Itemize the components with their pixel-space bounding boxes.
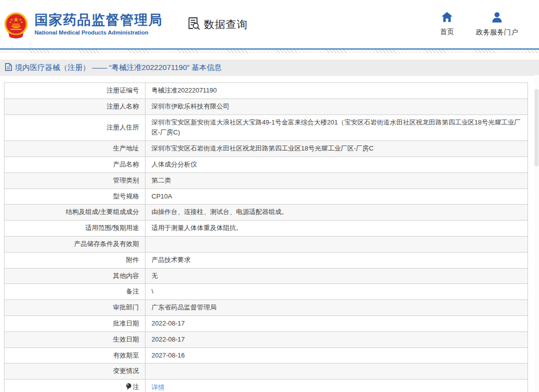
row-value bbox=[146, 364, 528, 380]
row-value: 由操作台、连接柱、测试台、电源适配器组成。 bbox=[146, 204, 528, 220]
row-value: 详情 bbox=[146, 380, 528, 392]
info-table-body: 注册证编号粤械注准20222071190注册人名称深圳市伊欧乐科技有限公司注册人… bbox=[4, 83, 528, 392]
row-label: 管理类别 bbox=[4, 172, 146, 188]
row-value: CP10A bbox=[146, 188, 528, 204]
row-label: 型号规格 bbox=[4, 188, 146, 204]
table-row: 其他内容无 bbox=[4, 268, 528, 284]
detail-link[interactable]: 详情 bbox=[152, 384, 164, 391]
table-row: 注册人住所深圳市宝安区新安街道大浪社区大宝路49-1号金富来综合大楼201（宝安… bbox=[4, 114, 528, 141]
user-icon bbox=[492, 12, 502, 24]
table-row: 备注\ bbox=[4, 284, 528, 300]
row-label: 结构及组成/主要组成成分 bbox=[4, 204, 146, 220]
china-national-emblem-icon bbox=[4, 12, 28, 38]
site-header: 国家药品监督管理局 National Medical Products Admi… bbox=[0, 0, 539, 48]
table-row: 审批部门广东省药品监督管理局 bbox=[4, 300, 528, 316]
row-label: 其他内容 bbox=[4, 268, 146, 284]
registration-info-table: 注册证编号粤械注准20222071190注册人名称深圳市伊欧乐科技有限公司注册人… bbox=[4, 82, 528, 392]
row-value: 2027-08-16 bbox=[146, 348, 528, 364]
row-value: 适用于测量人体体重及体阻抗。 bbox=[146, 220, 528, 236]
data-query-section[interactable]: 数据查询 bbox=[187, 16, 248, 32]
row-value: \ bbox=[146, 284, 528, 300]
scrollbar-track[interactable] bbox=[534, 75, 539, 392]
data-query-label: 数据查询 bbox=[204, 18, 248, 32]
row-value: 广东省药品监督管理局 bbox=[146, 300, 528, 316]
table-row: 产品储存条件及有效期 bbox=[4, 236, 528, 252]
row-label: 附件 bbox=[4, 252, 146, 268]
brand-title-zh: 国家药品监督管理局 bbox=[34, 13, 163, 28]
hatched-strip bbox=[0, 50, 539, 53]
nav-item-portal[interactable]: 政务服务门户 bbox=[476, 12, 518, 37]
row-label: 生产地址 bbox=[4, 141, 146, 157]
document-magnifier-icon bbox=[187, 16, 200, 32]
row-label: 批准日期 bbox=[4, 316, 146, 332]
row-value: 人体成分分析仪 bbox=[146, 156, 528, 172]
row-value bbox=[146, 236, 528, 252]
document-icon bbox=[5, 63, 12, 73]
row-label: 适用范围/预期用途 bbox=[4, 220, 146, 236]
nav-label-portal: 政务服务门户 bbox=[476, 28, 518, 37]
scrollbar-thumb[interactable] bbox=[534, 89, 538, 166]
row-value: 第二类 bbox=[146, 172, 528, 188]
row-label: 注册人住所 bbox=[4, 114, 146, 141]
row-label: 变更情况 bbox=[4, 364, 146, 380]
row-label: 产品储存条件及有效期 bbox=[4, 236, 146, 252]
row-label: 注册人名称 bbox=[4, 98, 146, 114]
balloon-icon bbox=[126, 383, 132, 392]
table-row: 管理类别第二类 bbox=[4, 172, 528, 188]
row-label: 生效日期 bbox=[4, 332, 146, 348]
row-label: 注 bbox=[4, 380, 146, 392]
header-nav: 首页 政务服务门户 bbox=[440, 12, 518, 37]
row-label: 备注 bbox=[4, 284, 146, 300]
row-value: 2022-08-17 bbox=[146, 316, 528, 332]
row-value: 深圳市伊欧乐科技有限公司 bbox=[146, 98, 528, 114]
nav-label-home: 首页 bbox=[440, 28, 454, 36]
table-row: 有效期至2027-08-16 bbox=[4, 348, 528, 364]
row-value: 深圳市宝安区新安街道大浪社区大宝路49-1号金富来综合大楼201（宝安区石岩街道… bbox=[146, 114, 528, 141]
table-row: 产品名称人体成分分析仪 bbox=[4, 156, 528, 172]
row-label: 有效期至 bbox=[4, 348, 146, 364]
row-value: 深圳市宝安区石岩街道水田社区祝龙田路第四工业区18号光耀工业厂区-厂房C bbox=[146, 141, 528, 157]
nav-item-home[interactable]: 首页 bbox=[440, 12, 454, 37]
brand-title-en: National Medical Products Administration bbox=[34, 30, 163, 36]
table-row: 结构及组成/主要组成成分由操作台、连接柱、测试台、电源适配器组成。 bbox=[4, 204, 528, 220]
table-row: 附件产品技术要求 bbox=[4, 252, 528, 268]
page-title: 境内医疗器械（注册） —— “粤械注准20222071190” 基本信息 bbox=[15, 63, 222, 72]
row-value: 产品技术要求 bbox=[146, 252, 528, 268]
table-row: 生效日期2022-08-17 bbox=[4, 332, 528, 348]
row-label: 注册证编号 bbox=[4, 83, 146, 99]
table-row: 适用范围/预期用途适用于测量人体体重及体阻抗。 bbox=[4, 220, 528, 236]
table-row: 变更情况 bbox=[4, 364, 528, 380]
table-row: 型号规格CP10A bbox=[4, 188, 528, 204]
home-icon bbox=[442, 12, 452, 24]
row-value: 粤械注准20222071190 bbox=[146, 83, 528, 99]
table-row: 注册证编号粤械注准20222071190 bbox=[4, 83, 528, 99]
row-label: 产品名称 bbox=[4, 156, 146, 172]
table-row: 批准日期2022-08-17 bbox=[4, 316, 528, 332]
row-value: 无 bbox=[146, 268, 528, 284]
page-title-bar: 境内医疗器械（注册） —— “粤械注准20222071190” 基本信息 bbox=[0, 60, 539, 76]
table-row: 生产地址深圳市宝安区石岩街道水田社区祝龙田路第四工业区18号光耀工业厂区-厂房C bbox=[4, 141, 528, 157]
site-brand: 国家药品监督管理局 National Medical Products Admi… bbox=[34, 13, 163, 36]
row-label: 审批部门 bbox=[4, 300, 146, 316]
row-value: 2022-08-17 bbox=[146, 332, 528, 348]
table-row: 注册人名称深圳市伊欧乐科技有限公司 bbox=[4, 98, 528, 114]
table-row: 注详情 bbox=[4, 380, 528, 392]
